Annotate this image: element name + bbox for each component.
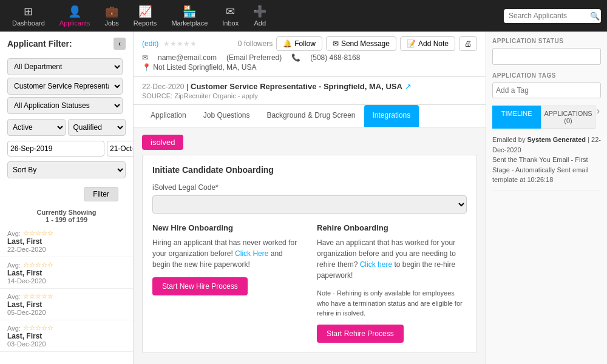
date-to-input[interactable] bbox=[107, 141, 134, 157]
header-actions: 0 followers 🔔 Follow ✉ Send Message 📝 Ad… bbox=[238, 36, 477, 51]
tab-timeline[interactable]: TIMELINE bbox=[492, 106, 541, 129]
app-tags-label: APPLICATION TAGS bbox=[492, 72, 601, 79]
department-filter[interactable]: All Department bbox=[7, 58, 123, 75]
edit-link[interactable]: (edit) bbox=[142, 39, 158, 48]
rehire-text: Have an applicant that has worked for yo… bbox=[317, 237, 467, 281]
new-hire-title: New Hire Onboarding bbox=[152, 223, 302, 232]
source-value: ZipRecruiter Organic - apply bbox=[174, 92, 258, 99]
nav-jobs[interactable]: 💼 Jobs bbox=[99, 2, 125, 29]
message-icon: ✉ bbox=[333, 39, 339, 48]
date-from-input[interactable] bbox=[7, 141, 104, 157]
tab-job-questions[interactable]: Job Questions bbox=[195, 105, 259, 127]
applicant-name: Last, First bbox=[7, 237, 126, 246]
new-hire-col: New Hire Onboarding Hiring an applicant … bbox=[152, 223, 302, 343]
header-top-row: (edit) ★★★★★ 0 followers 🔔 Follow ✉ Send… bbox=[142, 36, 477, 51]
new-hire-text: Hiring an applicant that has never worke… bbox=[152, 237, 302, 270]
main-content: (edit) ★★★★★ 0 followers 🔔 Follow ✉ Send… bbox=[134, 32, 486, 364]
legal-code-select[interactable] bbox=[152, 195, 467, 214]
rating-stars[interactable]: ★★★★★ bbox=[163, 39, 197, 48]
sort-by-row: Sort By bbox=[0, 159, 133, 181]
nav-inbox[interactable]: ✉ Inbox bbox=[216, 2, 245, 29]
nav-reports[interactable]: 📈 Reports bbox=[127, 2, 163, 29]
dashboard-icon: ⊞ bbox=[24, 5, 33, 18]
timeline-author: System Generated bbox=[527, 136, 586, 143]
phone-number: (508) 468-8168 bbox=[310, 53, 360, 62]
rehire-link[interactable]: Click here bbox=[360, 260, 392, 269]
tab-applications[interactable]: APPLICATIONS (0) bbox=[541, 106, 595, 129]
tab-background[interactable]: Background & Drug Screen bbox=[258, 105, 364, 127]
tab-application[interactable]: Application bbox=[142, 105, 195, 127]
follow-icon: 🔔 bbox=[283, 39, 292, 48]
timeline-prefix: Emailed by bbox=[492, 136, 525, 143]
qualified-filter[interactable]: Qualified bbox=[68, 119, 126, 136]
marketplace-icon: 🏪 bbox=[183, 5, 196, 18]
location-icon: 📍 bbox=[142, 63, 151, 72]
applicant-list: Avg: ☆☆☆☆☆ Last, First 22-Dec-2020 Avg: … bbox=[0, 226, 133, 352]
inbox-icon: ✉ bbox=[226, 5, 235, 18]
onboarding-card: Initiate Candidate Onboarding iSolved Le… bbox=[142, 155, 477, 353]
timeline-text: Sent the Thank You Email - First Stage -… bbox=[492, 155, 601, 185]
isolved-badge: isolved bbox=[142, 135, 183, 150]
rehire-note: Note - Rehiring is only available for em… bbox=[317, 288, 467, 318]
top-nav: ⊞ Dashboard 👤 Applicants 💼 Jobs 📈 Report… bbox=[0, 0, 607, 32]
app-status-filter[interactable]: All Application Statuses bbox=[7, 97, 123, 114]
filter-button[interactable]: Filter bbox=[84, 187, 118, 201]
job-title: Customer Service Representative - Spring… bbox=[191, 82, 402, 91]
print-icon: 🖨 bbox=[464, 39, 472, 48]
role-filter[interactable]: Customer Service Representative bbox=[7, 78, 123, 95]
app-status-field[interactable] bbox=[492, 48, 601, 65]
nav-marketplace[interactable]: 🏪 Marketplace bbox=[165, 2, 214, 29]
nav-reports-label: Reports bbox=[134, 19, 157, 27]
tabs-bar: Application Job Questions Background & D… bbox=[134, 105, 486, 127]
list-item[interactable]: Avg: ☆☆☆☆☆ Last, First 05-Dec-2020 bbox=[0, 289, 133, 320]
email-preferred-label: (Email Preferred) bbox=[226, 53, 282, 62]
nav-dashboard-label: Dashboard bbox=[12, 19, 45, 27]
add-icon: ➕ bbox=[253, 5, 266, 18]
job-title-row: 22-Dec-2020 | Customer Service Represent… bbox=[134, 77, 486, 105]
applicant-name: Last, First bbox=[7, 269, 126, 277]
app-status-label: APPLICATION STATUS bbox=[492, 38, 601, 44]
external-link-icon[interactable]: ↗ bbox=[405, 82, 412, 91]
tab-integrations[interactable]: Integrations bbox=[364, 105, 419, 127]
showing-count: Currently Showing 1 - 199 of 199 bbox=[0, 206, 133, 226]
sort-by-filter[interactable]: Sort By bbox=[7, 161, 126, 178]
nav-jobs-label: Jobs bbox=[105, 19, 119, 27]
applicant-date: 03-Dec-2020 bbox=[7, 340, 126, 348]
start-new-hire-button[interactable]: Start New Hire Process bbox=[152, 277, 248, 295]
new-hire-link[interactable]: Click Here bbox=[235, 249, 268, 258]
timeline-tabs: TIMELINE APPLICATIONS (0) › bbox=[492, 106, 601, 129]
nav-applicants-label: Applicants bbox=[59, 19, 90, 27]
active-filter[interactable]: Active bbox=[7, 119, 66, 136]
star-3: ☆☆☆☆☆ bbox=[23, 292, 53, 300]
start-rehire-button[interactable]: Start Rehire Process bbox=[317, 325, 404, 343]
applicants-icon: 👤 bbox=[68, 5, 81, 18]
nav-dashboard[interactable]: ⊞ Dashboard bbox=[6, 2, 51, 29]
print-button[interactable]: 🖨 bbox=[459, 36, 477, 51]
contact-row: ✉ name@email.com (Email Preferred) 📞 (50… bbox=[142, 53, 477, 62]
location-text: Not Listed Springfield, MA, USA bbox=[153, 63, 256, 72]
timeline-entry: Emailed by System Generated | 22-Dec-202… bbox=[492, 135, 601, 190]
legal-code-label: iSolved Legal Code* bbox=[152, 183, 467, 192]
send-message-button[interactable]: ✉ Send Message bbox=[326, 36, 396, 51]
nav-add[interactable]: ➕ Add bbox=[247, 2, 273, 29]
add-note-button[interactable]: 📝 Add Note bbox=[400, 36, 455, 51]
phone-icon: 📞 bbox=[291, 53, 300, 62]
list-item[interactable]: Avg: ☆☆☆☆☆ Last, First 22-Dec-2020 bbox=[0, 226, 133, 257]
collapse-sidebar-button[interactable]: ‹ bbox=[114, 38, 126, 50]
filter-header: Applicant Filter: ‹ bbox=[0, 32, 133, 56]
main-layout: Applicant Filter: ‹ All Department Custo… bbox=[0, 32, 607, 364]
applicant-name: Last, First bbox=[7, 300, 126, 309]
job-date: 22-Dec-2020 bbox=[142, 83, 184, 91]
follow-button[interactable]: 🔔 Follow bbox=[276, 36, 322, 51]
note-icon: 📝 bbox=[407, 39, 416, 48]
nav-applicants[interactable]: 👤 Applicants bbox=[53, 2, 97, 29]
star-2: ☆☆☆☆☆ bbox=[23, 261, 53, 269]
list-item[interactable]: Avg: ☆☆☆☆☆ Last, First 03-Dec-2020 bbox=[0, 320, 133, 352]
applicant-header: (edit) ★★★★★ 0 followers 🔔 Follow ✉ Send… bbox=[134, 32, 486, 77]
timeline-chevron[interactable]: › bbox=[595, 106, 601, 129]
search-input[interactable] bbox=[509, 12, 588, 20]
star-4: ☆☆☆☆☆ bbox=[23, 324, 53, 332]
onboarding-title: Initiate Candidate Onboarding bbox=[152, 165, 467, 175]
list-item[interactable]: Avg: ☆☆☆☆☆ Last, First 14-Dec-2020 bbox=[0, 257, 133, 289]
add-tag-input[interactable] bbox=[492, 83, 601, 98]
